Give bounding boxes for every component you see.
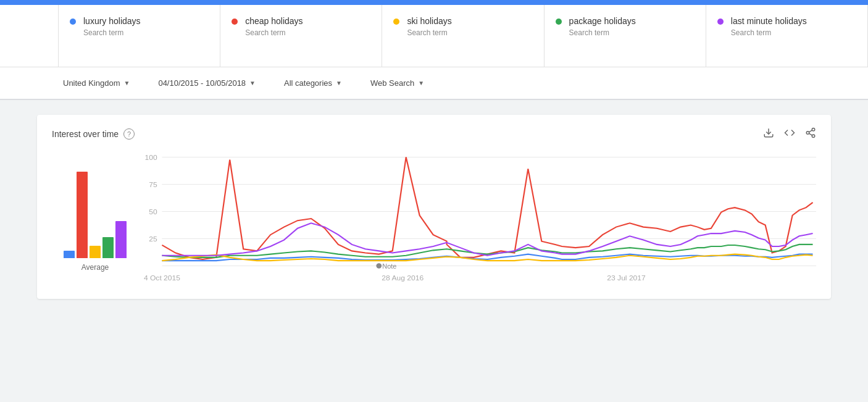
cheap-term-name: cheap holidays bbox=[245, 16, 369, 26]
lastminute-term-name: last minute holidays bbox=[731, 16, 855, 26]
avg-bar-luxury bbox=[64, 251, 75, 258]
svg-text:100: 100 bbox=[145, 153, 158, 162]
region-label: United Kingdom bbox=[63, 78, 120, 88]
package-dot bbox=[556, 19, 562, 25]
date-label: 04/10/2015 - 10/05/2018 bbox=[158, 78, 246, 88]
main-content: Interest over time ? bbox=[0, 100, 868, 314]
avg-bar-cheap bbox=[77, 172, 88, 258]
luxury-term-name: luxury holidays bbox=[83, 16, 207, 26]
lastminute-term-type: Search term bbox=[731, 28, 855, 37]
region-chevron-icon: ▼ bbox=[124, 80, 130, 86]
svg-text:23 Jul 2017: 23 Jul 2017 bbox=[607, 274, 645, 282]
svg-text:28 Aug 2016: 28 Aug 2016 bbox=[382, 274, 424, 282]
share-button[interactable] bbox=[805, 127, 816, 141]
chart-body: Average 100 75 50 25 bbox=[52, 151, 816, 287]
cheap-term-type: Search term bbox=[245, 28, 369, 37]
region-filter[interactable]: United Kingdom ▼ bbox=[58, 76, 135, 90]
avg-bar-ski bbox=[90, 246, 101, 258]
google-top-bar bbox=[0, 0, 868, 5]
cheap-dot bbox=[232, 19, 238, 25]
search-term-cheap[interactable]: cheap holidays Search term bbox=[220, 5, 382, 67]
search-type-filter[interactable]: Web Search ▼ bbox=[365, 76, 429, 90]
categories-filter[interactable]: All categories ▼ bbox=[279, 76, 347, 90]
line-chart: 100 75 50 25 Note bbox=[138, 151, 816, 287]
average-bar-chart bbox=[64, 153, 127, 258]
download-button[interactable] bbox=[763, 127, 774, 141]
svg-point-15 bbox=[376, 263, 382, 268]
filters-bar: United Kingdom ▼ 04/10/2015 - 10/05/2018… bbox=[0, 67, 868, 100]
help-icon[interactable]: ? bbox=[123, 128, 135, 140]
svg-text:4 Oct 2015: 4 Oct 2015 bbox=[144, 274, 180, 282]
svg-text:Note: Note bbox=[382, 262, 396, 270]
interest-over-time-card: Interest over time ? bbox=[37, 115, 831, 299]
svg-text:25: 25 bbox=[149, 235, 157, 243]
search-term-package[interactable]: package holidays Search term bbox=[545, 5, 706, 67]
categories-label: All categories bbox=[284, 78, 332, 88]
search-term-ski[interactable]: ski holidays Search term bbox=[382, 5, 544, 67]
avg-bar-package bbox=[102, 237, 114, 258]
average-section: Average bbox=[52, 151, 138, 287]
luxury-term-type: Search term bbox=[83, 28, 207, 37]
chart-title-text: Interest over time bbox=[52, 129, 119, 139]
average-label: Average bbox=[81, 263, 109, 272]
lastminute-dot bbox=[717, 19, 724, 25]
ski-dot bbox=[393, 19, 399, 25]
search-type-chevron-icon: ▼ bbox=[418, 80, 424, 86]
avg-bar-lastminute bbox=[115, 221, 127, 258]
svg-line-5 bbox=[809, 130, 812, 132]
chart-title-group: Interest over time ? bbox=[52, 128, 135, 140]
svg-line-4 bbox=[809, 133, 812, 135]
ski-term-type: Search term bbox=[407, 28, 531, 37]
luxury-dot bbox=[70, 19, 76, 25]
svg-point-3 bbox=[812, 135, 815, 138]
search-term-lastminute[interactable]: last minute holidays Search term bbox=[706, 5, 868, 67]
svg-text:75: 75 bbox=[149, 180, 157, 189]
svg-point-2 bbox=[806, 132, 809, 135]
line-chart-svg: 100 75 50 25 Note bbox=[138, 151, 816, 287]
chart-header: Interest over time ? bbox=[52, 127, 816, 141]
date-chevron-icon: ▼ bbox=[249, 80, 256, 86]
svg-point-1 bbox=[812, 128, 815, 132]
date-filter[interactable]: 04/10/2015 - 10/05/2018 ▼ bbox=[153, 76, 261, 90]
search-terms-bar: luxury holidays Search term cheap holida… bbox=[0, 5, 868, 67]
chart-actions bbox=[763, 127, 816, 141]
embed-button[interactable] bbox=[784, 127, 795, 141]
svg-text:50: 50 bbox=[149, 207, 157, 216]
search-term-luxury[interactable]: luxury holidays Search term bbox=[58, 5, 220, 67]
package-term-name: package holidays bbox=[569, 16, 693, 26]
categories-chevron-icon: ▼ bbox=[336, 80, 342, 86]
ski-term-name: ski holidays bbox=[407, 16, 531, 26]
search-type-label: Web Search bbox=[370, 78, 414, 88]
package-term-type: Search term bbox=[569, 28, 693, 37]
